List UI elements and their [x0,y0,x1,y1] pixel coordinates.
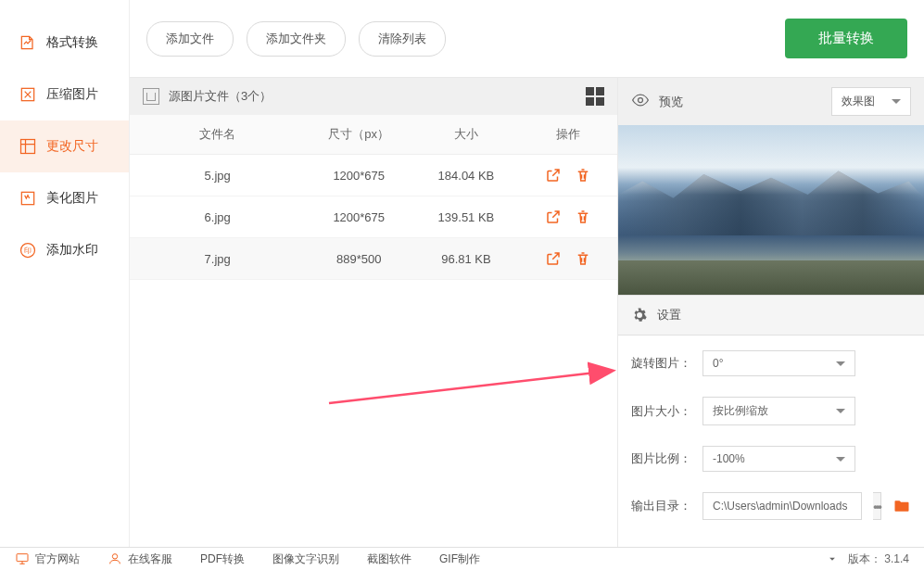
download-icon[interactable] [826,552,839,565]
svg-text:印: 印 [24,247,32,255]
footer-ocr[interactable]: 图像文字识别 [272,551,339,567]
sidebar-item-format[interactable]: 格式转换 [0,17,129,69]
sidebar-item-label: 美化图片 [46,190,98,207]
file-list-header: 源图片文件（3个） [130,78,617,115]
output-path-input[interactable] [702,492,862,520]
ratio-value: -100% [713,452,745,465]
footer-website[interactable]: 官方网站 [15,551,80,567]
svg-point-8 [112,554,117,559]
cell-name: 6.jpg [130,196,305,238]
image-file-icon [143,88,159,105]
resize-icon [19,137,37,156]
cell-dim: 889*500 [305,238,412,280]
svg-rect-7 [17,554,28,562]
ratio-select[interactable]: -100% [702,446,855,472]
footer: 官方网站 在线客服 PDF转换 图像文字识别 截图软件 GIF制作 版本： 3.… [0,547,924,570]
add-folder-button[interactable]: 添加文件夹 [247,21,346,57]
delete-icon[interactable] [575,167,591,184]
chevron-down-icon [892,99,901,104]
preview-mode-dropdown[interactable]: 效果图 [831,87,911,116]
table-row[interactable]: 7.jpg 889*500 96.81 KB [130,238,617,280]
preview-panel: 预览 效果图 设置 旋转图片： 0° [617,77,924,547]
ratio-label: 图片比例： [631,450,691,467]
svg-point-5 [639,98,643,103]
cell-action [520,238,617,280]
sidebar-item-label: 格式转换 [46,34,98,51]
cell-size: 184.04 KB [412,155,520,196]
size-value: 按比例缩放 [713,403,768,419]
size-select[interactable]: 按比例缩放 [702,397,855,425]
delete-icon[interactable] [575,209,591,225]
toolbar: 添加文件 添加文件夹 清除列表 批量转换 [130,0,924,77]
footer-pdf[interactable]: PDF转换 [200,551,245,567]
cell-dim: 1200*675 [305,196,412,238]
clear-list-button[interactable]: 清除列表 [359,21,446,57]
cell-name: 5.jpg [130,155,305,196]
cell-size: 139.51 KB [412,196,520,238]
footer-gif[interactable]: GIF制作 [439,551,480,567]
add-file-button[interactable]: 添加文件 [146,21,234,57]
col-name: 文件名 [130,115,305,155]
preview-title: 预览 [659,94,683,110]
chevron-down-icon [836,457,845,462]
beautify-icon [19,189,37,208]
sidebar-item-resize[interactable]: 更改尺寸 [0,120,129,172]
col-dim: 尺寸（px） [305,115,412,155]
rotate-select[interactable]: 0° [702,350,855,376]
cell-size: 96.81 KB [412,238,520,280]
delete-icon[interactable] [575,250,591,267]
cell-action [520,155,617,196]
sidebar: 格式转换 压缩图片 更改尺寸 美化图片 印 添加水印 [0,0,130,547]
monitor-icon [15,551,30,566]
sidebar-item-watermark[interactable]: 印 添加水印 [0,224,129,276]
svg-rect-1 [21,140,35,154]
preview-mode-value: 效果图 [842,94,875,109]
gear-icon [631,307,648,323]
sidebar-item-label: 添加水印 [46,242,98,259]
preview-header: 预览 效果图 [618,78,924,125]
grid-view-icon[interactable] [586,87,604,106]
settings-header: 设置 [618,295,924,336]
format-icon [19,33,37,52]
settings-title: 设置 [657,307,681,323]
sidebar-item-compress[interactable]: 压缩图片 [0,69,129,120]
footer-service[interactable]: 在线客服 [108,551,172,567]
preview-icon [631,91,650,112]
headset-icon [108,551,122,566]
compress-icon [19,85,37,104]
file-table: 文件名 尺寸（px） 大小 操作 5.jpg 1200*675 184.04 K… [130,115,617,280]
open-external-icon[interactable] [545,250,562,267]
sidebar-item-beautify[interactable]: 美化图片 [0,172,129,224]
rotate-label: 旋转图片： [631,355,691,372]
watermark-icon: 印 [19,241,37,260]
cell-name: 7.jpg [130,238,305,280]
browse-path-button[interactable]: ••• [873,492,881,520]
table-row[interactable]: 6.jpg 1200*675 139.51 KB [130,196,617,238]
chevron-down-icon [836,409,845,413]
batch-convert-button[interactable]: 批量转换 [785,19,907,58]
rotate-value: 0° [713,357,723,370]
sidebar-item-label: 更改尺寸 [46,138,98,155]
chevron-down-icon [836,361,845,366]
col-size: 大小 [412,115,520,155]
output-label: 输出目录： [631,498,691,514]
sidebar-item-label: 压缩图片 [46,86,98,103]
file-list-panel: 源图片文件（3个） 文件名 尺寸（px） 大小 操作 5.jpg 1200 [130,77,617,547]
open-external-icon[interactable] [545,209,562,225]
preview-image [618,125,924,295]
file-list-title: 源图片文件（3个） [169,88,272,105]
size-label: 图片大小： [631,403,691,420]
cell-dim: 1200*675 [305,155,412,196]
table-row[interactable]: 5.jpg 1200*675 184.04 KB [130,155,617,196]
open-external-icon[interactable] [545,167,562,184]
cell-action [520,196,617,238]
footer-screenshot[interactable]: 截图软件 [367,551,411,567]
open-folder-button[interactable] [892,492,911,520]
col-action: 操作 [520,115,617,155]
